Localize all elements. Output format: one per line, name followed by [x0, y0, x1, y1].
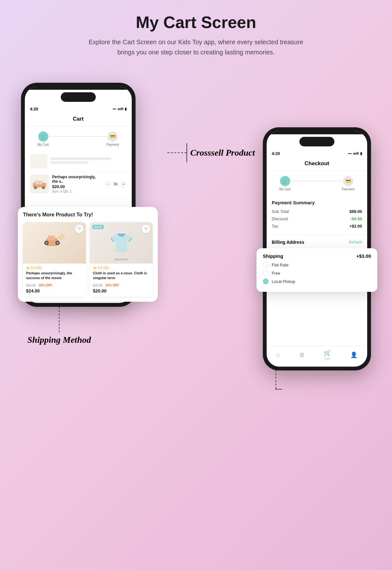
payment-summary-section: Payment Summary Sub Total $88.00 Discoun… — [267, 196, 367, 235]
dynamic-island-2 — [299, 137, 334, 146]
product-2-info: ⭐ 4.3 (10) Cloth is used as a noun. Clot… — [90, 264, 153, 297]
subtotal-row: Sub Total $88.00 — [272, 209, 362, 214]
partial-item-text — [50, 158, 127, 165]
shipping-annotation-area: Shipping Method — [27, 307, 91, 345]
shipping-option-free[interactable]: Free — [263, 270, 371, 276]
shipping-popup: Shipping +$3.00 Flat Rate Free Local Pic… — [256, 248, 377, 292]
checkout-nav-grid[interactable]: ⊞ — [299, 351, 304, 358]
bottom-nav-checkout: ⌂ ⊞ 🛒 Cart 👤 — [267, 346, 367, 367]
svg-rect-7 — [39, 181, 42, 184]
subtotal-label: Sub Total — [272, 209, 289, 214]
tax-row: Tax +$2.00 — [272, 224, 362, 229]
step-payment: 💳 Payment — [107, 131, 119, 146]
payment-summary-title: Payment Summary — [272, 200, 362, 205]
discount-label: Discount — [272, 216, 288, 221]
localpickup-label: Local Pickup — [272, 279, 295, 284]
svg-point-4 — [35, 187, 36, 188]
checkout-status-bar: 4:20 ▪▪▪ wifi ▮ — [267, 149, 367, 158]
product-1-discount: 10% OFF — [38, 284, 52, 287]
tax-label: Tax — [272, 224, 278, 229]
product-card-2[interactable]: 👕 aboutblank SALE ♡ ⭐ 4.3 (10) Cloth is … — [90, 222, 153, 297]
cart-item-image — [30, 174, 49, 194]
checkout-cart-icon: 🛒 — [324, 349, 331, 356]
localpickup-radio[interactable] — [263, 278, 269, 284]
product-2-discount: 15% OFF — [105, 284, 119, 287]
product-1-orig-price: $20.00 — [26, 284, 36, 287]
checkout-profile-icon: 👤 — [350, 351, 357, 358]
flatrate-label: Flat Rate — [272, 263, 289, 267]
product-2-name: Cloth is used as a noun. Cloth is singul… — [93, 271, 150, 281]
steps-progress: 🛒 My Cart 💳 Payment — [25, 126, 132, 151]
checkout-signal-icon: ▪▪▪ — [348, 151, 352, 155]
qty-decrease[interactable]: − — [105, 181, 111, 187]
product-2-price: $20.00 — [93, 288, 150, 293]
wishlist-btn-2[interactable]: ♡ — [142, 225, 150, 233]
cart-screen-header: Cart — [25, 113, 132, 126]
shipping-header-row: Shipping +$3.00 — [263, 253, 371, 259]
checkout-nav-profile[interactable]: 👤 — [350, 351, 357, 358]
crossell-annotation-area: Crosssell Product — [167, 143, 255, 162]
product-1-name: Perhaps unsurprisingly, the success of t… — [26, 271, 83, 281]
svg-rect-6 — [36, 181, 39, 184]
billing-header: Billing Address Default — [272, 240, 362, 245]
qty-increase[interactable]: + — [120, 181, 127, 187]
checkout-nav-cart-label: Cart — [325, 357, 330, 360]
product-1-info: ⭐ 4.3 (10) Perhaps unsurprisingly, the s… — [23, 264, 86, 297]
qty-controls[interactable]: − 01 + — [105, 181, 127, 187]
crossell-title: There's More Product To Try! — [23, 212, 153, 218]
cart-item-main: Perhaps unsurprisingly, the s.. $20.00 S… — [25, 171, 132, 197]
checkout-step1-circle: 🛒 — [280, 176, 290, 186]
product-2-rating: ⭐ 4.3 (10) — [93, 266, 150, 270]
product-1-rating: ⭐ 4.3 (10) — [26, 266, 83, 270]
checkout-wifi-icon: wifi — [353, 151, 359, 155]
checkout-home-icon: ⌂ — [276, 352, 280, 358]
toy-car-image — [32, 179, 47, 190]
billing-title: Billing Address — [272, 240, 304, 245]
flatrate-radio[interactable] — [263, 262, 269, 268]
svg-point-12 — [57, 242, 59, 244]
checkout-status-icons: ▪▪▪ wifi ▮ — [348, 151, 362, 156]
status-time: 4:20 — [30, 107, 38, 111]
partial-cart-item — [25, 151, 132, 171]
product-1-illustration — [40, 229, 69, 257]
checkout-status-time: 4:20 — [272, 151, 280, 156]
checkout-screen-header: Checkout — [267, 158, 367, 171]
product-card-1[interactable]: ♡ ⭐ 4.3 (10) Perhaps unsurprisingly, the… — [23, 222, 86, 297]
discount-row: Discount -$4.50 — [272, 216, 362, 221]
product-2-image: 👕 aboutblank SALE ♡ — [90, 222, 153, 264]
product-1-pricing: $20.00 10% OFF — [26, 282, 83, 288]
battery-icon: ▮ — [125, 107, 127, 111]
free-radio[interactable] — [263, 270, 269, 276]
qty-value: 01 — [114, 182, 118, 186]
shipping-option-localpickup[interactable]: Local Pickup — [263, 278, 371, 284]
shipping-title: Shipping — [263, 253, 283, 259]
free-label: Free — [272, 271, 280, 276]
page-title: My Cart Screen — [136, 13, 256, 32]
svg-point-16 — [63, 236, 65, 239]
cart-item-name: Perhaps unsurprisingly, the s.. — [52, 175, 102, 184]
checkout-grid-icon: ⊞ — [299, 351, 304, 358]
svg-rect-13 — [48, 236, 55, 240]
svg-point-5 — [43, 187, 44, 188]
shipping-annotation-label: Shipping Method — [27, 335, 91, 345]
checkout-step2: 💳 Payment — [342, 176, 354, 191]
svg-point-11 — [46, 242, 47, 244]
cart-item-info: Perhaps unsurprisingly, the s.. $20.00 S… — [52, 175, 102, 193]
product-2-orig-price: $20.00 — [93, 284, 103, 287]
billing-default: Default — [349, 240, 362, 244]
wishlist-btn-1[interactable]: ♡ — [75, 225, 83, 233]
checkout-nav-home[interactable]: ⌂ — [276, 352, 280, 358]
crossell-popup: There's More Product To Try! — [18, 207, 158, 302]
crossell-products: ♡ ⭐ 4.3 (10) Perhaps unsurprisingly, the… — [23, 222, 153, 297]
crossell-annotation-label: Crosssell Product — [190, 148, 255, 158]
svg-point-15 — [61, 233, 64, 236]
shipping-price: +$3.00 — [356, 253, 371, 259]
wifi-icon: wifi — [118, 107, 123, 111]
shipping-dashed-connector — [276, 370, 282, 390]
shipping-option-flatrate[interactable]: Flat Rate — [263, 262, 371, 268]
step1-circle: 🛒 — [38, 131, 48, 142]
checkout-steps: 🛒 My Cart 💳 Payment — [267, 171, 367, 196]
sale-badge: SALE — [92, 225, 104, 229]
checkout-nav-cart[interactable]: 🛒 Cart — [324, 349, 331, 360]
product-2-pricing: $20.00 15% OFF — [93, 282, 150, 288]
